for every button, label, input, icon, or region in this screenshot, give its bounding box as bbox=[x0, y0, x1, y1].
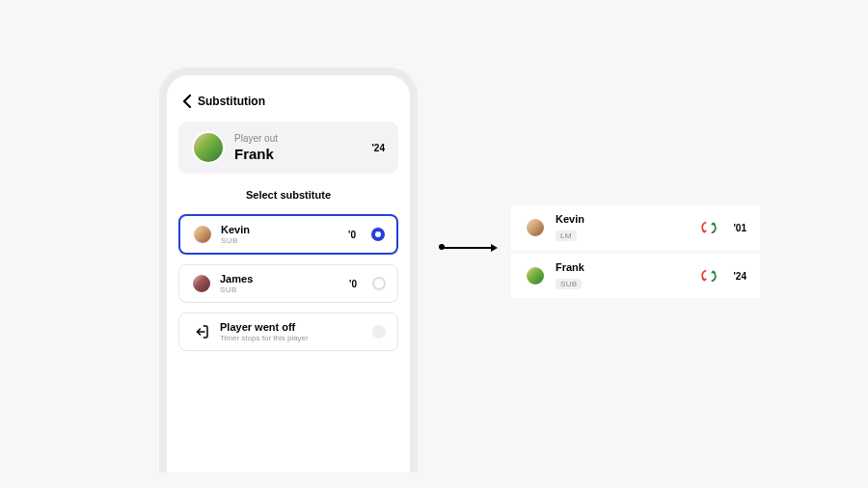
substitute-text: Kevin SUB bbox=[221, 224, 340, 245]
arrow-icon bbox=[442, 247, 496, 249]
section-title: Select substitute bbox=[178, 189, 398, 201]
substitute-text: James SUB bbox=[220, 273, 341, 294]
player-went-off-card[interactable]: Player went off Timer stops for this pla… bbox=[178, 312, 398, 351]
went-off-text: Player went off Timer stops for this pla… bbox=[220, 321, 365, 342]
result-row-kevin: Kevin LM '01 bbox=[511, 205, 760, 250]
substitute-card-james[interactable]: James SUB '0 bbox=[178, 264, 398, 303]
player-out-label: Player out bbox=[234, 133, 362, 144]
substitute-name: James bbox=[220, 273, 341, 285]
avatar-frank bbox=[192, 131, 225, 164]
result-time: '01 bbox=[727, 223, 746, 233]
radio-button[interactable] bbox=[372, 325, 386, 339]
avatar-frank bbox=[525, 265, 546, 286]
substitute-role: SUB bbox=[220, 285, 341, 294]
substitute-card-kevin[interactable]: Kevin SUB '0 bbox=[178, 214, 398, 255]
avatar-kevin bbox=[525, 217, 546, 238]
result-text: Kevin LM bbox=[556, 213, 691, 242]
result-name: Kevin bbox=[556, 213, 691, 225]
swap-out-icon bbox=[700, 267, 718, 285]
substitute-role: SUB bbox=[221, 236, 340, 245]
substitute-time: '0 bbox=[348, 230, 356, 240]
player-out-text: Player out Frank bbox=[234, 133, 362, 162]
player-out-time: '24 bbox=[371, 143, 385, 153]
avatar-james bbox=[191, 273, 212, 294]
result-row-frank: Frank SUB '24 bbox=[511, 254, 760, 298]
back-icon[interactable] bbox=[180, 95, 194, 108]
substitute-name: Kevin bbox=[221, 224, 340, 235]
player-out-card: Player out Frank '24 bbox=[178, 122, 398, 174]
result-text: Frank SUB bbox=[556, 261, 691, 290]
result-role: LM bbox=[556, 230, 577, 241]
player-out-name: Frank bbox=[234, 146, 362, 162]
result-role: SUB bbox=[556, 279, 582, 289]
went-off-title: Player went off bbox=[220, 321, 365, 333]
swap-in-icon bbox=[700, 219, 718, 236]
radio-button[interactable] bbox=[372, 277, 386, 290]
radio-button[interactable] bbox=[371, 228, 385, 241]
page-title: Substitution bbox=[198, 95, 265, 108]
logout-icon bbox=[191, 321, 212, 342]
went-off-subtitle: Timer stops for this player bbox=[220, 334, 365, 342]
avatar-kevin bbox=[192, 224, 213, 245]
result-name: Frank bbox=[556, 261, 691, 273]
substitute-time: '0 bbox=[349, 279, 357, 289]
phone-frame: Substitution Player out Frank '24 Select… bbox=[159, 68, 418, 473]
result-panel: Kevin LM '01 Frank SUB '24 bbox=[511, 205, 760, 298]
header: Substitution bbox=[178, 95, 398, 108]
result-time: '24 bbox=[727, 271, 746, 282]
